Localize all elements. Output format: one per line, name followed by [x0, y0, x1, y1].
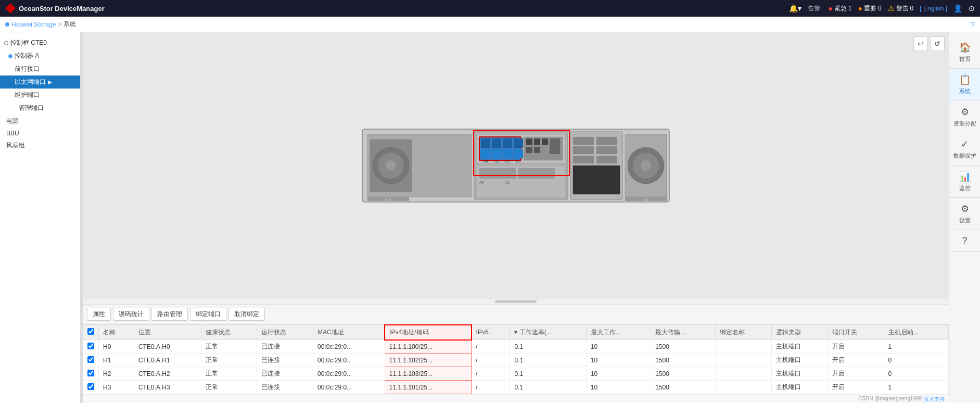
nav-settings[interactable]: ⚙ 设置 [949, 198, 980, 230]
refresh-button[interactable]: ↺ [930, 36, 945, 51]
svg-rect-9 [481, 138, 490, 148]
svg-rect-29 [479, 168, 516, 179]
device-toolbar: ↩ ↺ [913, 36, 945, 51]
sidebar-item-management[interactable]: 管理端口 [0, 102, 80, 115]
row-checkbox-cell[interactable] [83, 381, 99, 394]
cell-health: 正常 [201, 340, 257, 354]
tab-error-stats[interactable]: 误码统计 [113, 308, 149, 321]
warning-icon: ⚠ [888, 4, 895, 12]
cell-logic-type: 主机端口 [772, 367, 828, 381]
col-checkbox [83, 325, 99, 340]
svg-text:H2: H2 [505, 159, 510, 163]
circle-blue-icon [8, 54, 12, 58]
maintenance-label: 维护端口 [15, 91, 40, 99]
svg-text:H1: H1 [494, 159, 499, 163]
nav-monitor[interactable]: 📊 监控 [949, 166, 980, 198]
cell-name: H3 [99, 381, 134, 394]
front-port-label: 前行接口 [15, 65, 40, 73]
tab-properties[interactable]: 属性 [87, 308, 111, 321]
cell-position: CTE0.A.H2 [134, 367, 201, 381]
col-ipv4: IPv4地址/掩码 [385, 325, 471, 340]
svg-rect-12 [514, 138, 523, 148]
cell-port-switch: 开启 [828, 367, 884, 381]
bell-icon[interactable]: 🔔▾ [789, 4, 801, 12]
svg-rect-10 [492, 138, 501, 148]
scroll-indicator[interactable] [83, 299, 949, 304]
cell-speed: 0.1 [510, 354, 586, 367]
svg-rect-24 [542, 138, 548, 145]
cell-port-switch: 开启 [828, 340, 884, 354]
nav-home[interactable]: 🏠 首页 [949, 36, 980, 69]
col-port-switch: 端口开关 [828, 325, 884, 340]
footer: CSDN @mapengpeng1999 技术支持 [83, 394, 949, 403]
user-icon[interactable]: 👤 [953, 4, 962, 12]
nav-resource[interactable]: ⚙ 资源分配 [949, 101, 980, 133]
settings-icon[interactable]: ⊙ [969, 4, 975, 12]
row-checkbox-cell[interactable] [83, 367, 99, 381]
svg-rect-15 [503, 149, 512, 158]
svg-text:回反: 回反 [643, 198, 649, 201]
help-icon[interactable]: ? [971, 20, 975, 29]
svg-rect-23 [534, 138, 540, 145]
cell-port-switch: 开启 [828, 381, 884, 394]
breadcrumb-root[interactable]: Huawei.Storage [11, 21, 56, 28]
breadcrumb-separator: > [58, 21, 61, 28]
col-logic-type: 逻辑类型 [772, 325, 828, 340]
important-alert[interactable]: ● 重要 0 [858, 4, 881, 13]
urgent-alert[interactable]: ● 紧急 1 [828, 4, 851, 13]
svg-text:A1: A1 [505, 181, 510, 184]
rotate-left-button[interactable]: ↩ [913, 36, 928, 51]
nav-help[interactable]: ? [949, 230, 980, 252]
svg-point-44 [641, 160, 651, 171]
table-header-row: 名称 位置 健康状态 运行状态 MAC地址 IPv4地址/掩码 IPv6. ▾ … [83, 325, 949, 340]
important-icon: ● [858, 4, 862, 12]
col-health: 健康状态 [201, 325, 257, 340]
col-name: 名称 [99, 325, 134, 340]
huawei-logo-icon [5, 3, 16, 14]
sidebar-item-ethernet[interactable]: 以太网端口 ▶ [0, 75, 80, 89]
row-checkbox-cell[interactable] [83, 340, 99, 354]
nav-system[interactable]: 📋 系统 [949, 69, 980, 101]
tab-bind-port[interactable]: 绑定端口 [190, 308, 226, 321]
row-checkbox[interactable] [87, 343, 94, 349]
horizontal-scrollbar[interactable] [495, 300, 537, 303]
cell-position: CTE0.A.H3 [134, 381, 201, 394]
cell-position: CTE0.A.H1 [134, 354, 201, 367]
row-checkbox[interactable] [87, 356, 94, 363]
sidebar-item-cte0[interactable]: 控制框 CTE0 [0, 36, 80, 49]
cell-mac: 00:0c:29:0... [313, 354, 385, 367]
col-mac: MAC地址 [313, 325, 385, 340]
row-checkbox[interactable] [87, 370, 94, 376]
bbu-label: BBU [6, 130, 19, 137]
data-table-container: 名称 位置 健康状态 运行状态 MAC地址 IPv4地址/掩码 IPv6. ▾ … [83, 324, 949, 395]
select-all-checkbox[interactable] [87, 328, 94, 335]
sidebar-item-controller-a[interactable]: 控制器 A [0, 49, 80, 62]
sidebar-item-bbu[interactable]: BBU [0, 128, 80, 139]
tab-unbind[interactable]: 取消绑定 [228, 308, 265, 321]
col-position: 位置 [134, 325, 201, 340]
sidebar-item-fan[interactable]: 风扇组 [0, 139, 80, 152]
cell-name: H0 [99, 340, 134, 354]
row-checkbox-cell[interactable] [83, 354, 99, 367]
warning-alert[interactable]: ⚠ 警告 0 [888, 4, 914, 13]
resource-icon: ⚙ [961, 106, 969, 118]
tab-route[interactable]: 路由管理 [151, 308, 188, 321]
urgent-label: 紧急 [834, 4, 847, 13]
cell-name: H1 [99, 354, 134, 367]
sidebar-item-maintenance[interactable]: 维护端口 [0, 89, 80, 102]
sidebar: 控制框 CTE0 控制器 A 前行接口 以太网端口 ▶ 维护端口 管理端口 电源… [0, 32, 81, 403]
important-count: 0 [878, 5, 882, 12]
sidebar-item-front-port[interactable]: 前行接口 [0, 62, 80, 75]
cell-speed: 0.1 [510, 381, 586, 394]
sidebar-item-power[interactable]: 电源 [0, 115, 80, 128]
svg-text:H3: H3 [516, 159, 521, 163]
row-checkbox[interactable] [87, 383, 94, 390]
cell-ipv4: 11.1.1.102/25... [385, 354, 471, 367]
nav-data-protect[interactable]: ✓ 数据保护 [949, 133, 980, 166]
app-title: OceanStor DeviceManager [19, 5, 105, 12]
language-button[interactable]: [ English ] [920, 5, 947, 12]
cell-speed: 0.1 [510, 367, 586, 381]
nav-resource-label: 资源分配 [953, 120, 976, 128]
nav-system-label: 系统 [959, 87, 971, 95]
right-sidebar: 🏠 首页 📋 系统 ⚙ 资源分配 ✓ 数据保护 📊 监控 ⚙ 设置 ? [949, 32, 980, 403]
